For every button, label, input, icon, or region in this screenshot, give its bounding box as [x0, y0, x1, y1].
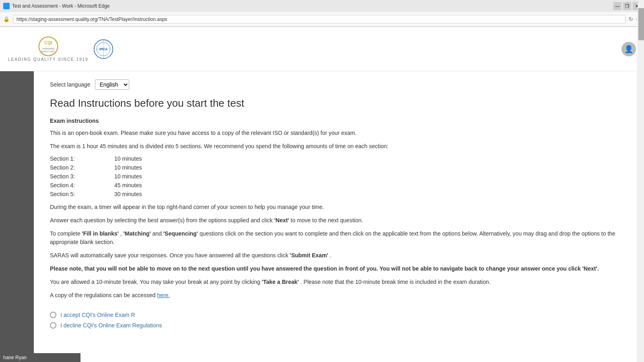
- address-url[interactable]: https://staging-assessment.quality.org/T…: [13, 15, 625, 24]
- browser-icon: [3, 3, 10, 9]
- minimize-button[interactable]: —: [613, 2, 621, 10]
- para8-pre: You are allowed a 10-minute break. You m…: [50, 279, 262, 285]
- language-row: Select language English French Spanish G…: [50, 79, 628, 90]
- para5-pre: To complete: [50, 230, 82, 237]
- section-3-name: Section 3:: [50, 173, 114, 180]
- section-5-time: 30 minutes: [114, 191, 142, 197]
- para5-sequencing: 'Sequencing': [163, 230, 198, 237]
- title-bar: Test and Assessment - Work - Microsoft E…: [0, 0, 644, 12]
- accept-radio-button[interactable]: [50, 312, 56, 318]
- irca-logo: IRCA: [93, 39, 114, 59]
- page-title: Read Instructions before you start the t…: [50, 97, 628, 110]
- section-table: Section 1: 10 minutes Section 2: 10 minu…: [50, 155, 628, 197]
- para8-break: 'Take a Break': [262, 279, 299, 285]
- section-1-name: Section 1:: [50, 155, 114, 162]
- restore-button[interactable]: ❐: [623, 2, 631, 10]
- para5-and: and: [153, 230, 163, 237]
- decline-radio-button[interactable]: [50, 322, 56, 329]
- section-4-name: Section 4:: [50, 182, 114, 188]
- para4-next: 'Next': [274, 217, 289, 223]
- para9-pre: A copy of the regulations can be accesse…: [50, 292, 157, 298]
- logo-area: CQI CHARTERED QUALITY INST. LEADING QUAL…: [8, 36, 114, 62]
- svg-text:CHARTERED: CHARTERED: [42, 48, 54, 50]
- user-icon: 👤: [624, 45, 633, 54]
- instruction-para1: This is an open-book exam. Please make s…: [50, 129, 628, 137]
- instructions-box: Exam instructions This is an open-book e…: [50, 118, 628, 300]
- table-row: Section 4: 45 minutes: [50, 182, 628, 188]
- para4-pre: Answer each question by selecting the be…: [50, 217, 274, 223]
- para4-post: to move to the next question.: [291, 217, 363, 223]
- page-layout: Select language English French Spanish G…: [0, 71, 644, 362]
- language-select[interactable]: English French Spanish German: [95, 79, 129, 90]
- cqi-emblem-svg: CQI CHARTERED QUALITY INST.: [38, 36, 58, 56]
- footer-user-name: hane Ryan: [0, 353, 80, 362]
- regulation-section: I accept CQI's Online Exam R I decline C…: [50, 312, 628, 329]
- cqi-subtitle: LEADING QUALITY SINCE 1919: [8, 57, 89, 62]
- browser-chrome: Test and Assessment - Work - Microsoft E…: [0, 0, 644, 27]
- section-2-time: 10 minutes: [114, 164, 142, 171]
- language-label: Select language: [50, 81, 90, 88]
- decline-radio-label[interactable]: I decline CQI's Online Exam Regulations: [60, 322, 162, 329]
- accept-radio-row: I accept CQI's Online Exam R: [50, 312, 628, 318]
- table-row: Section 1: 10 minutes: [50, 155, 628, 162]
- table-row: Section 3: 10 minutes: [50, 173, 628, 180]
- regulations-link[interactable]: here.: [157, 292, 170, 298]
- svg-text:CQI: CQI: [44, 40, 52, 45]
- instruction-para8: You are allowed a 10-minute break. You m…: [50, 278, 628, 286]
- instruction-para2: The exam is 1 hour 45 minutes and is div…: [50, 142, 628, 151]
- para8-post: . Please note that the 10-minute break t…: [300, 279, 490, 285]
- accept-radio-label[interactable]: I accept CQI's Online Exam R: [60, 312, 135, 318]
- instruction-para5: To complete 'Fill in blanks' , 'Matching…: [50, 230, 628, 246]
- address-bar: 🔒 https://staging-assessment.quality.org…: [0, 12, 644, 27]
- svg-point-0: [39, 37, 58, 56]
- para5-matching: 'Matching': [124, 230, 151, 237]
- table-row: Section 5: 30 minutes: [50, 191, 628, 197]
- instruction-para7: Please note, that you will not be able t…: [50, 265, 628, 273]
- instruction-para6: SARAS will automatically save your respo…: [50, 251, 628, 260]
- para6-pre: SARAS will automatically save your respo…: [50, 252, 290, 259]
- section-5-name: Section 5:: [50, 191, 114, 197]
- irca-emblem-svg: IRCA: [93, 39, 114, 59]
- scrollbar[interactable]: [638, 0, 644, 362]
- scroll-thumb: [638, 8, 644, 40]
- para5-fill: 'Fill in blanks': [82, 230, 118, 237]
- table-row: Section 2: 10 minutes: [50, 164, 628, 171]
- sidebar: [0, 71, 34, 362]
- para5-comma1: ,: [120, 230, 124, 237]
- decline-radio-row: I decline CQI's Online Exam Regulations: [50, 322, 628, 329]
- site-header: CQI CHARTERED QUALITY INST. LEADING QUAL…: [0, 27, 644, 71]
- section-4-time: 45 minutes: [114, 182, 142, 188]
- para6-submit: 'Submit Exam': [290, 252, 328, 259]
- section-2-name: Section 2:: [50, 164, 114, 171]
- user-avatar[interactable]: 👤: [621, 42, 636, 56]
- main-content: Select language English French Spanish G…: [34, 71, 644, 362]
- title-bar-controls: — ❐ ✕: [613, 2, 641, 10]
- para6-post: .: [330, 252, 331, 259]
- cqi-logo: CQI CHARTERED QUALITY INST. LEADING QUAL…: [8, 36, 89, 62]
- title-bar-text: Test and Assessment - Work - Microsoft E…: [12, 3, 613, 9]
- lock-icon: 🔒: [3, 16, 10, 22]
- section-1-time: 10 minutes: [114, 155, 142, 162]
- instruction-para4: Answer each question by selecting the be…: [50, 216, 628, 225]
- instruction-para3: During the exam, a timer will appear in …: [50, 203, 628, 211]
- section-3-time: 10 minutes: [114, 173, 142, 180]
- svg-text:QUALITY INST.: QUALITY INST.: [41, 50, 55, 53]
- exam-instructions-heading: Exam instructions: [50, 118, 628, 124]
- instruction-para9: A copy of the regulations can be accesse…: [50, 291, 628, 300]
- refresh-icon[interactable]: ↻: [629, 16, 633, 22]
